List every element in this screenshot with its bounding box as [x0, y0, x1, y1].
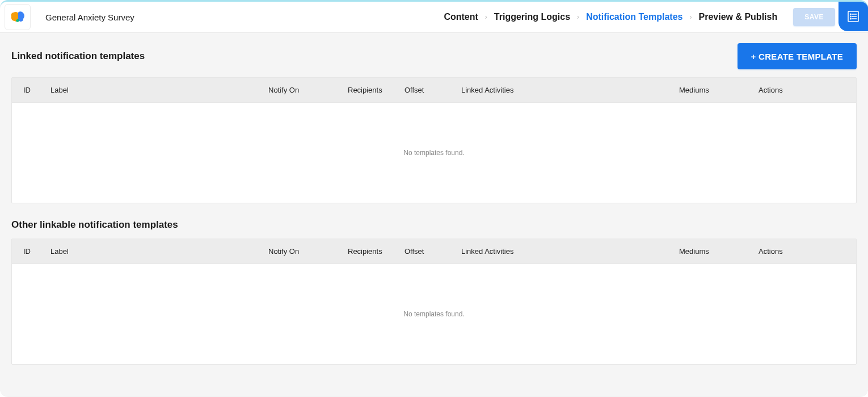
- svg-point-3: [850, 16, 852, 17]
- chevron-right-icon: ›: [479, 13, 493, 21]
- other-empty-state: No templates found.: [12, 264, 856, 364]
- linked-empty-state: No templates found.: [12, 103, 856, 203]
- col-header-actions: Actions: [754, 86, 856, 94]
- linked-section-header: Linked notification templates + CREATE T…: [11, 43, 857, 69]
- sidebar-toggle-button[interactable]: [838, 2, 868, 31]
- page-body: Linked notification templates + CREATE T…: [0, 33, 868, 396]
- col-header-actions: Actions: [754, 247, 856, 256]
- crumb-content[interactable]: Content: [443, 9, 479, 26]
- col-header-mediums: Mediums: [675, 86, 754, 94]
- other-section-title: Other linkable notification templates: [11, 219, 857, 231]
- col-header-notify-on: Notify On: [264, 86, 343, 94]
- list-icon: [847, 10, 859, 23]
- create-template-button[interactable]: + CREATE TEMPLATE: [738, 43, 857, 69]
- col-header-linked-activities: Linked Activities: [457, 86, 675, 94]
- topbar: General Anxiety Survey Content › Trigger…: [0, 2, 868, 33]
- other-templates-table: ID Label Notify On Recipients Offset Lin…: [11, 239, 857, 365]
- crumb-triggering-logics[interactable]: Triggering Logics: [493, 9, 571, 26]
- col-header-label: Label: [46, 247, 264, 256]
- page-title: General Anxiety Survey: [45, 12, 134, 22]
- svg-point-5: [850, 18, 852, 19]
- crumb-notification-templates[interactable]: Notification Templates: [585, 9, 684, 26]
- chevron-right-icon: ›: [571, 13, 585, 21]
- linked-section-title: Linked notification templates: [11, 51, 145, 62]
- svg-point-1: [850, 14, 852, 15]
- chevron-right-icon: ›: [684, 13, 697, 21]
- brain-icon: [10, 11, 25, 23]
- col-header-offset: Offset: [400, 86, 457, 94]
- table-header-row: ID Label Notify On Recipients Offset Lin…: [12, 78, 856, 103]
- col-header-label: Label: [46, 86, 264, 94]
- col-header-mediums: Mediums: [675, 247, 754, 256]
- linked-templates-table: ID Label Notify On Recipients Offset Lin…: [11, 77, 857, 203]
- app-frame: General Anxiety Survey Content › Trigger…: [0, 0, 868, 396]
- col-header-id: ID: [12, 247, 46, 256]
- table-header-row: ID Label Notify On Recipients Offset Lin…: [12, 239, 856, 264]
- col-header-notify-on: Notify On: [264, 247, 343, 256]
- save-button[interactable]: SAVE: [793, 8, 835, 26]
- col-header-offset: Offset: [400, 247, 457, 256]
- col-header-recipients: Recipients: [343, 247, 400, 256]
- breadcrumb: Content › Triggering Logics › Notificati…: [443, 9, 778, 26]
- col-header-id: ID: [12, 86, 46, 94]
- col-header-linked-activities: Linked Activities: [457, 247, 675, 256]
- col-header-recipients: Recipients: [343, 86, 400, 94]
- crumb-preview-publish[interactable]: Preview & Publish: [697, 9, 778, 26]
- app-logo[interactable]: [5, 4, 31, 30]
